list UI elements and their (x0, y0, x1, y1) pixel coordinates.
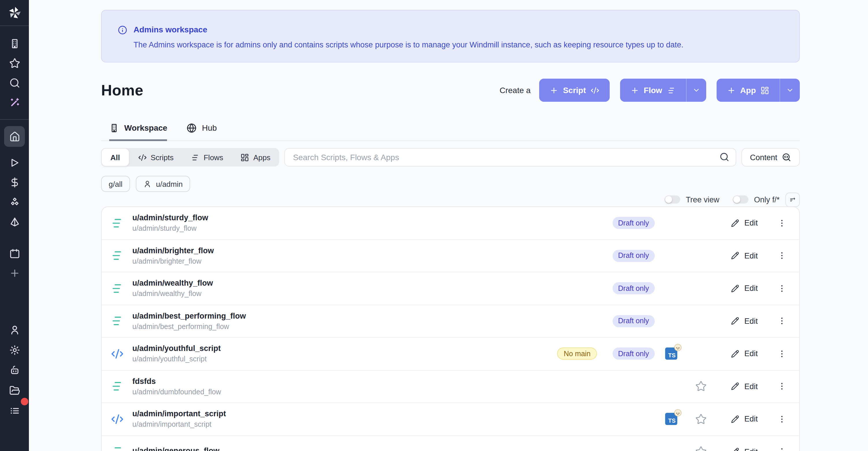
create-flow-label: Flow (644, 86, 662, 95)
kebab-icon (777, 218, 786, 228)
notification-dot (21, 398, 28, 405)
flow-icon (111, 446, 124, 451)
info-icon (118, 25, 127, 48)
item-path: u/admin/best_performing_flow (132, 323, 246, 331)
tab-workspace[interactable]: Workspace (109, 121, 167, 141)
edit-button[interactable]: Edit (731, 251, 775, 260)
edit-label: Edit (744, 219, 758, 228)
filter-options-button[interactable] (785, 192, 800, 207)
search-input[interactable] (284, 148, 736, 167)
create-app-group: App (717, 79, 800, 102)
segment-scripts[interactable]: Scripts (129, 148, 182, 167)
magic-wand-icon (9, 97, 20, 108)
tab-hub[interactable]: Hub (187, 121, 217, 141)
draft-only-badge: Draft only (612, 250, 655, 262)
content-button-label: Content (750, 153, 777, 161)
flow-bars-icon (191, 153, 200, 161)
list-item[interactable]: fdsfds u/admin/dumbfounded_flow Edit (102, 370, 799, 403)
edit-button[interactable]: Edit (731, 317, 775, 326)
list-item[interactable]: u/admin/youthful_script u/admin/youthful… (102, 338, 799, 370)
language-badge-slot (665, 217, 678, 229)
kebab-menu-button[interactable] (776, 382, 788, 391)
create-a-label: Create a (500, 86, 530, 95)
kebab-menu-button[interactable] (776, 317, 788, 326)
kebab-menu-button[interactable] (776, 218, 788, 228)
create-script-button[interactable]: Script (539, 79, 610, 102)
edit-button[interactable]: Edit (731, 382, 775, 391)
sidebar-item-triggers[interactable] (5, 212, 24, 231)
create-flow-button[interactable]: Flow (620, 79, 686, 102)
grid-icon (761, 86, 769, 94)
workspace-hub-tabs: Workspace Hub (101, 121, 800, 141)
tab-hub-label: Hub (202, 123, 217, 132)
star-icon (695, 446, 707, 451)
edit-label: Edit (744, 251, 758, 260)
edit-button[interactable]: Edit (731, 284, 775, 293)
search-box (284, 148, 736, 167)
sidebar-item-runs[interactable] (5, 153, 24, 172)
list-item[interactable]: u/admin/best_performing_flow u/admin/bes… (102, 305, 799, 338)
sidebar-item-resources[interactable] (5, 192, 24, 212)
kebab-menu-button[interactable] (776, 349, 788, 359)
list-item[interactable]: u/admin/generous_flow Edit (102, 436, 799, 451)
kebab-menu-button[interactable] (776, 251, 788, 261)
sidebar-item-variables[interactable] (5, 173, 24, 192)
language-badge-slot (665, 315, 678, 327)
robot-icon (9, 365, 20, 376)
edit-button[interactable]: Edit (731, 219, 775, 228)
sidebar-item-schedules[interactable] (5, 244, 24, 263)
item-name: u/admin/youthful_script (132, 344, 221, 354)
sidebar-item-add[interactable] (5, 264, 24, 283)
item-path: u/admin/dumbfounded_flow (132, 388, 221, 396)
sidebar-item-workspace[interactable] (5, 34, 24, 53)
filter-chip-g-all[interactable]: g/all (101, 176, 130, 192)
only-f-toggle[interactable] (733, 196, 748, 204)
edit-button[interactable]: Edit (731, 350, 775, 358)
sidebar-item-audit-logs[interactable] (5, 401, 24, 420)
tree-view-toggle[interactable] (664, 196, 680, 204)
edit-button[interactable]: Edit (731, 448, 775, 451)
sidebar-item-folders[interactable] (5, 381, 24, 400)
create-flow-dropdown-button[interactable] (686, 79, 706, 102)
kebab-icon (777, 349, 786, 359)
create-app-dropdown-button[interactable] (780, 79, 800, 102)
filter-chip-u-admin[interactable]: u/admin (136, 176, 190, 192)
star-favorite-button[interactable] (695, 381, 708, 392)
sidebar-item-search[interactable] (5, 73, 24, 92)
banner-body: The Admins workspace is for admins only … (133, 40, 683, 50)
create-app-button[interactable]: App (717, 79, 780, 102)
kebab-menu-button[interactable] (776, 415, 788, 424)
edit-label: Edit (744, 448, 758, 451)
item-name: u/admin/sturdy_flow (132, 214, 208, 223)
sidebar-item-home[interactable] (4, 126, 25, 147)
edit-button[interactable]: Edit (731, 415, 775, 424)
list-item[interactable]: u/admin/wealthy_flow u/admin/wealthy_flo… (102, 272, 799, 305)
segment-flows-label: Flows (204, 153, 223, 161)
flow-icon (111, 282, 124, 295)
sidebar-item-settings[interactable] (5, 340, 24, 360)
bun-icon (674, 409, 682, 417)
sidebar-item-favorites[interactable] (5, 54, 24, 73)
star-favorite-button[interactable] (695, 446, 708, 451)
list-item[interactable]: u/admin/important_script u/admin/importa… (102, 403, 799, 436)
sidebar-item-user[interactable] (5, 320, 24, 339)
pyramid-icon (9, 216, 20, 227)
segment-apps[interactable]: Apps (232, 148, 279, 167)
sidebar-item-ai[interactable] (5, 93, 24, 112)
list-item[interactable]: u/admin/brighter_flow u/admin/brighter_f… (102, 240, 799, 272)
kebab-menu-button[interactable] (776, 447, 788, 451)
pencil-icon (731, 252, 739, 260)
windmill-logo[interactable] (0, 0, 29, 25)
kebab-menu-button[interactable] (776, 284, 788, 293)
star-favorite-button[interactable] (695, 413, 708, 425)
edit-label: Edit (744, 382, 758, 391)
content-search-button[interactable]: Content (741, 148, 800, 167)
item-path: u/admin/sturdy_flow (132, 224, 208, 233)
language-badge-slot (665, 446, 678, 451)
segment-all[interactable]: All (101, 148, 129, 167)
language-badge-slot (665, 381, 678, 393)
segment-flows[interactable]: Flows (182, 148, 232, 167)
plus-icon (630, 86, 639, 94)
sidebar-item-workers[interactable] (5, 361, 24, 380)
list-item[interactable]: u/admin/sturdy_flow u/admin/sturdy_flow … (102, 207, 799, 240)
